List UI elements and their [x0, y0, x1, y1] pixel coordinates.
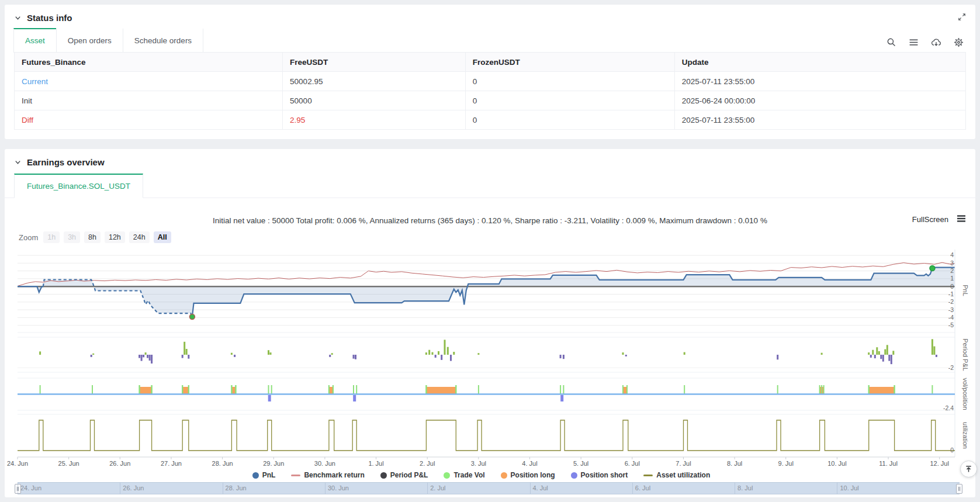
legend-item-pnl[interactable]: PnL: [252, 471, 276, 479]
trade-vol-tick: [268, 385, 269, 394]
back-to-top-button[interactable]: [960, 461, 977, 477]
period-pnl-bar: [92, 354, 94, 355]
trade-vol-tick: [235, 385, 236, 394]
tab-schedule-orders[interactable]: Schedule orders: [123, 28, 203, 53]
trade-vol-tick: [823, 385, 825, 394]
search-icon[interactable]: [886, 37, 896, 47]
axis-tick-label: -2: [948, 298, 954, 305]
navigator-label: 24. Jun: [20, 484, 41, 491]
earnings-tab-strip: Futures_Binance.SOL_USDT: [5, 174, 975, 198]
zoom-button-12h[interactable]: 12h: [105, 231, 125, 243]
period-pnl-bar: [147, 355, 148, 358]
navigator-right-handle[interactable]: [956, 484, 962, 494]
table-cell: 2.95: [283, 110, 466, 130]
column-header: Update: [674, 53, 965, 72]
table-cell: 2025-07-11 23:55:00: [674, 72, 965, 91]
period-pnl-bar: [891, 355, 892, 364]
status-title: Status info: [27, 13, 72, 23]
position-long-block: [869, 387, 895, 394]
trade-vol-tick: [894, 385, 895, 394]
trade-vol-tick: [333, 385, 334, 394]
expand-icon[interactable]: [958, 13, 966, 23]
navigator-label: 26. Jun: [123, 484, 144, 491]
earnings-chart[interactable]: 43210-1-2-3-4-5-2-2.40PnLPeriod P&Lvol/p…: [5, 245, 975, 472]
utilization-line: [18, 420, 955, 451]
pnl-area: [18, 268, 955, 317]
position-short-block: [560, 395, 563, 401]
tab-futures-binance-sol-usdt[interactable]: Futures_Binance.SOL_USDT: [14, 174, 143, 198]
legend-label: Asset utilization: [656, 471, 710, 479]
period-pnl-bar: [441, 355, 442, 360]
tab-open-orders[interactable]: Open orders: [56, 28, 123, 53]
period-pnl-bar: [933, 347, 935, 355]
panel-ylabel: Period P&L: [962, 338, 969, 371]
trade-vol-tick: [560, 385, 561, 394]
period-pnl-bar: [183, 342, 185, 355]
tab-asset[interactable]: Asset: [13, 28, 57, 53]
legend-item-period-p-l[interactable]: Period P&L: [380, 471, 428, 479]
x-axis-label: 3. Jul: [471, 460, 486, 467]
performance-summary: Initial net value : 50000 Total profit: …: [213, 216, 767, 225]
navigator-gridline: [18, 483, 18, 494]
period-pnl-bar: [425, 352, 427, 355]
legend-label: Period P&L: [390, 471, 428, 479]
zoom-button-all[interactable]: All: [154, 231, 171, 243]
axis-tick-label: 3: [950, 259, 954, 266]
axis-tick-label: -4: [948, 314, 954, 321]
collapse-chevron-icon[interactable]: [14, 14, 22, 22]
trade-vol-tick: [328, 385, 330, 394]
trade-vol-tick: [271, 385, 272, 394]
trade-vol-tick: [92, 385, 93, 394]
period-pnl-bar: [39, 351, 41, 355]
trade-vol-tick: [821, 385, 822, 394]
x-axis-label: 12. Jul: [930, 460, 948, 467]
period-pnl-bar: [560, 355, 562, 358]
list-icon[interactable]: [909, 37, 919, 47]
row-link[interactable]: Current: [15, 72, 283, 91]
trade-vol-tick: [455, 385, 456, 394]
legend-item-position-long[interactable]: Position long: [501, 471, 555, 479]
navigator-gridline: [530, 483, 531, 494]
navigator-gridline: [223, 483, 223, 494]
table-cell: Init: [15, 91, 283, 110]
legend-label: Benchmark return: [304, 471, 364, 479]
legend-item-trade-vol[interactable]: Trade Vol: [444, 471, 484, 479]
navigator-gridline: [325, 483, 325, 494]
period-pnl-bar: [91, 355, 92, 357]
trade-vol-tick: [40, 385, 41, 394]
chart-menu-icon[interactable]: [957, 214, 966, 225]
legend-swatch: [380, 472, 387, 479]
trade-vol-tick: [563, 385, 564, 394]
period-pnl-bar: [453, 352, 455, 355]
chart-navigator[interactable]: 24. Jun26. Jun28. Jun30. Jun2. Jul4. Jul…: [18, 482, 960, 494]
period-pnl-bar: [450, 355, 452, 361]
table-cell: 2025-06-24 00:00:00: [674, 91, 965, 110]
collapse-chevron-icon[interactable]: [14, 158, 22, 166]
cloud-download-icon[interactable]: [931, 37, 941, 47]
period-pnl-bar: [331, 353, 333, 355]
period-pnl-bar: [149, 355, 151, 361]
period-pnl-bar: [821, 353, 823, 355]
gear-icon[interactable]: [954, 37, 964, 47]
legend-item-benchmark-return[interactable]: Benchmark return: [291, 471, 364, 479]
period-pnl-bar: [622, 352, 624, 355]
x-axis-label: 25. Jun: [58, 460, 79, 467]
period-pnl-bar: [563, 355, 565, 359]
status-info-card: Status info AssetOpen ordersSchedule ord…: [5, 5, 975, 139]
axis-tick-label: -1: [948, 290, 954, 297]
table-toolbar: [886, 37, 964, 47]
table-cell: 50002.95: [283, 72, 466, 91]
table-cell: 0: [465, 110, 674, 130]
position-long-block: [140, 387, 152, 394]
fullscreen-button[interactable]: FullScreen: [912, 215, 948, 224]
legend-item-position-short[interactable]: Position short: [571, 471, 628, 479]
zoom-button-24h[interactable]: 24h: [129, 231, 150, 243]
x-axis-label: 11. Jul: [879, 460, 898, 467]
position-long-block: [182, 387, 189, 394]
x-axis-label: 7. Jul: [676, 460, 691, 467]
table-row: Current50002.9502025-07-11 23:55:00: [15, 72, 966, 91]
legend-item-asset-utilization[interactable]: Asset utilization: [643, 471, 710, 479]
zoom-button-8h[interactable]: 8h: [84, 231, 101, 243]
legend-label: Trade Vol: [453, 471, 484, 479]
x-axis-label: 27. Jun: [161, 460, 182, 467]
